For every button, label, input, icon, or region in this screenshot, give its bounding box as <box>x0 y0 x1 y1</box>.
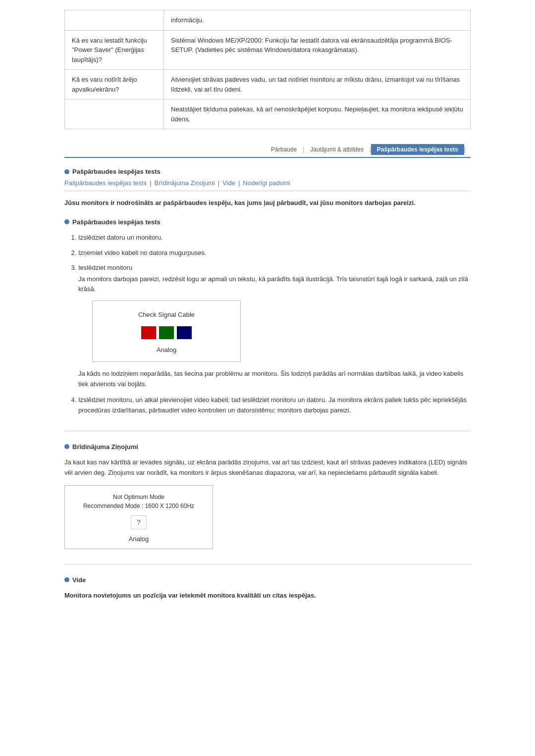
step-1: Izslēdziet datoru un monitoru. <box>78 233 471 243</box>
table-row: Kā es varu notīrīt ārējo apvalku/ekrānu?… <box>65 70 471 100</box>
sub-nav-pashparbaude[interactable]: Pašpārbaudes iespējas tests <box>64 179 147 187</box>
not-optimum-rec: Recommended Mode : 1600 X 1200 60Hz <box>72 503 206 509</box>
green-square <box>159 326 174 339</box>
sub-nav-bridinajuma[interactable]: Brīdinājuma Ziņojumi <box>155 179 215 187</box>
self-test-title: Pašpārbaudes iespējas tests <box>64 218 471 226</box>
tab-parbaude[interactable]: Pārbaude <box>265 144 303 155</box>
vide-title: Vide <box>64 576 471 584</box>
table-cell-question: Kā es varu notīrīt ārējo apvalku/ekrānu? <box>65 70 164 100</box>
tab-jautajumi[interactable]: Jautājumi & atbildes <box>304 144 369 155</box>
step-3-sub: Ja monitors darbojas pareizi, redzēsit l… <box>78 274 471 294</box>
step-2-text: Izņemiet video kabeli no datora mugurpus… <box>78 249 207 256</box>
table-cell-question <box>65 100 164 129</box>
steps-list: Izslēdziet datoru un monitoru. Izņemiet … <box>64 233 471 362</box>
step-3-text: Ieslēdziet monitoru <box>78 264 132 271</box>
tab-separator-end: | <box>464 146 466 153</box>
tab-navigation: Pārbaude | Jautājumi & atbildes | Pašpār… <box>64 144 471 158</box>
warning-title: Brīdinājuma Ziņojumi <box>64 443 471 451</box>
section-heading-label: Pašpārbaudes iespējas tests <box>72 168 160 175</box>
section-divider-2 <box>64 564 471 564</box>
analog-label: Analog <box>100 345 233 355</box>
vide-title-label: Vide <box>72 576 86 584</box>
step-3: Ieslēdziet monitoru Ja monitors darbojas… <box>78 263 471 361</box>
faq-table: informāciju. Kā es varu iestatīt funkcij… <box>64 10 471 129</box>
intro-bold-text: Jūsu monitors ir nodrošināts ar pašpārba… <box>64 198 471 208</box>
sub-nav-padomi[interactable]: Noderīgi padomi <box>243 179 290 187</box>
step-4-text: Izslēdziet monitoru, un atkal pievienoji… <box>78 396 467 414</box>
analog-label-2: Analog <box>72 535 206 543</box>
color-squares <box>100 326 233 339</box>
para-after-signal-box: Ja kāds no lodziņiem neparādās, tas liec… <box>78 369 471 390</box>
page-wrapper: informāciju. Kā es varu iestatīt funkcij… <box>54 0 481 630</box>
blue-dot-icon <box>64 577 69 582</box>
step-1-text: Izslēdziet datoru un monitoru. <box>78 234 163 241</box>
step-2: Izņemiet video kabeli no datora mugurpus… <box>78 248 471 258</box>
table-cell-answer: informāciju. <box>164 10 471 31</box>
table-cell-answer: Atvienojiet strāvas padeves vadu, un tad… <box>164 70 471 100</box>
table-cell-answer: Sistēmai Windows ME/XP/2000: Funkciju fa… <box>164 30 471 70</box>
self-test-title-label: Pašpārbaudes iespējas tests <box>72 218 160 226</box>
table-cell-question <box>65 10 164 31</box>
signal-cable-box: Check Signal Cable Analog <box>92 301 241 362</box>
steps-list-2: Izslēdziet monitoru, un atkal pievienoji… <box>64 395 471 416</box>
blue-dot-icon <box>64 444 69 449</box>
self-test-section: Pašpārbaudes iespējas tests Izslēdziet d… <box>64 218 471 416</box>
vide-section: Vide Monitora novietojums un pozīcija va… <box>64 576 471 601</box>
table-row: Kā es varu iestatīt funkciju "Power Save… <box>65 30 471 70</box>
question-mark-box: ? <box>131 515 147 529</box>
warning-para: Ja kaut kas nav kārtībā ar ievades signā… <box>64 457 471 478</box>
blue-dot-icon <box>64 169 69 174</box>
blue-square <box>177 326 192 339</box>
sub-navigation: Pašpārbaudes iespējas tests | Brīdinājum… <box>64 179 471 191</box>
signal-cable-title: Check Signal Cable <box>100 310 233 320</box>
table-cell-question: Kā es varu iestatīt funkciju "Power Save… <box>65 30 164 70</box>
not-optimum-title: Not Optimum Mode <box>72 494 206 501</box>
vide-bold-text: Monitora novietojums un pozīcija var iet… <box>64 591 471 601</box>
table-row: Neatstājiet šķīduma paliekas, kā arī nen… <box>65 100 471 129</box>
sub-nav-sep: | <box>238 179 240 187</box>
sub-nav-sep: | <box>150 179 151 187</box>
sub-nav-sep: | <box>218 179 219 187</box>
tab-pashparbaude[interactable]: Pašpārbaudes iespējas tests <box>371 144 464 155</box>
table-cell-answer: Neatstājiet šķīduma paliekas, kā arī nen… <box>164 100 471 129</box>
table-row: informāciju. <box>65 10 471 31</box>
sub-nav-vide[interactable]: Vide <box>222 179 235 187</box>
section-divider <box>64 431 471 431</box>
warning-section: Brīdinājuma Ziņojumi Ja kaut kas nav kār… <box>64 443 471 549</box>
not-optimum-box: Not Optimum Mode Recommended Mode : 1600… <box>64 485 213 549</box>
step-4: Izslēdziet monitoru, un atkal pievienoji… <box>78 395 471 416</box>
warning-title-label: Brīdinājuma Ziņojumi <box>72 443 138 451</box>
blue-dot-icon <box>64 219 69 224</box>
main-section-heading: Pašpārbaudes iespējas tests <box>64 168 471 175</box>
red-square <box>141 326 156 339</box>
